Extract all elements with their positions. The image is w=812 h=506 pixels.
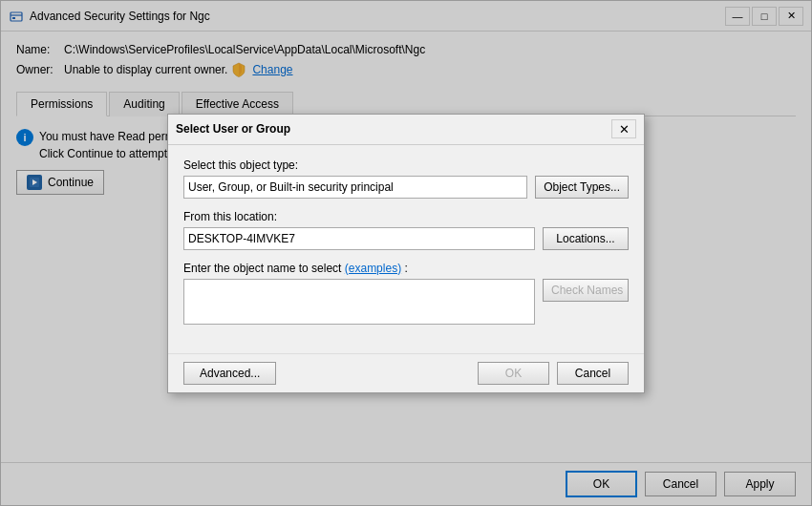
object-type-input[interactable] bbox=[183, 176, 527, 199]
dialog-close-button[interactable]: ✕ bbox=[611, 119, 636, 138]
object-types-button[interactable]: Object Types... bbox=[535, 176, 629, 199]
select-user-dialog: Select User or Group ✕ Select this objec… bbox=[167, 114, 645, 393]
object-type-row: Object Types... bbox=[183, 176, 629, 199]
locations-button[interactable]: Locations... bbox=[543, 227, 629, 250]
dialog-title: Select User or Group bbox=[176, 122, 611, 136]
advanced-button[interactable]: Advanced... bbox=[183, 362, 276, 385]
location-input[interactable] bbox=[183, 227, 535, 250]
object-type-label: Select this object type: bbox=[183, 158, 629, 172]
dialog-footer: Advanced... OK Cancel bbox=[168, 353, 644, 392]
main-window: Advanced Security Settings for Ngc — □ ✕… bbox=[0, 0, 812, 506]
location-label: From this location: bbox=[183, 210, 629, 223]
dialog-body: Select this object type: Object Types...… bbox=[168, 145, 644, 353]
examples-link[interactable]: (examples) bbox=[345, 262, 401, 275]
object-name-input[interactable] bbox=[183, 279, 535, 325]
location-row: Locations... bbox=[183, 227, 629, 250]
dialog-cancel-button[interactable]: Cancel bbox=[557, 362, 629, 385]
object-name-label: Enter the object name to select (example… bbox=[183, 262, 629, 275]
modal-overlay: Select User or Group ✕ Select this objec… bbox=[1, 1, 811, 505]
dialog-ok-button[interactable]: OK bbox=[478, 362, 549, 385]
dialog-title-bar: Select User or Group ✕ bbox=[168, 115, 644, 145]
check-names-button[interactable]: Check Names bbox=[543, 279, 629, 302]
